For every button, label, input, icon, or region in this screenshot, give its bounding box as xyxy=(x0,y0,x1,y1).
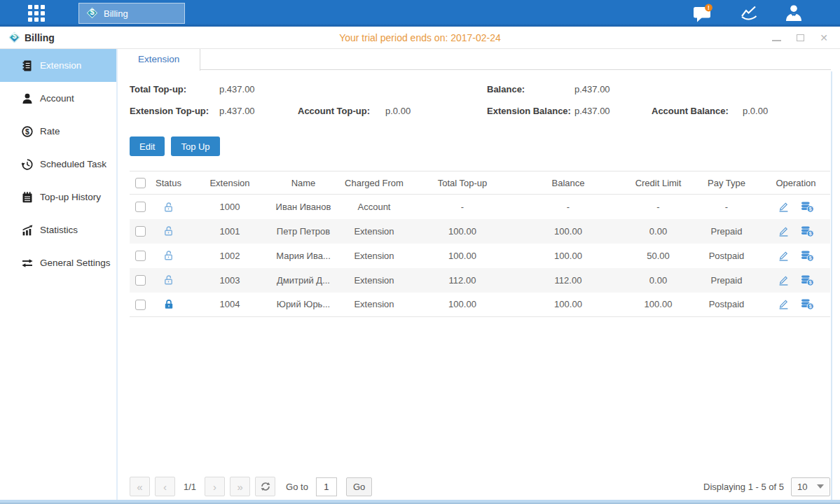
col-balance: Balance xyxy=(511,172,625,195)
svg-text:$: $ xyxy=(809,304,812,309)
table-header-row: Status Extension Name Charged From Total… xyxy=(130,172,830,195)
topup-extension-icon[interactable]: $ xyxy=(801,274,814,286)
account-menu-button[interactable] xyxy=(784,4,804,23)
cell-credit-limit: 50.00 xyxy=(625,244,691,268)
prev-page-button[interactable]: ‹ xyxy=(155,477,175,496)
edit-extension-icon[interactable] xyxy=(778,274,790,286)
sidebar-label: Extension xyxy=(40,60,81,71)
sidebar-item-topup-history[interactable]: Top-up History xyxy=(0,181,116,214)
sidebar-item-general-settings[interactable]: General Settings xyxy=(0,246,116,279)
chat-bubble-icon: ! xyxy=(692,4,715,23)
minimize-button[interactable] xyxy=(771,33,781,43)
cell-name: Юрий Юрь... xyxy=(272,293,335,317)
topup-extension-icon[interactable]: $ xyxy=(801,250,814,262)
dollar-circle-icon: $ xyxy=(21,125,34,138)
cell-balance: 112.00 xyxy=(511,268,625,293)
chevron-down-icon xyxy=(817,484,824,489)
notifications-button[interactable]: ! xyxy=(692,4,715,23)
sidebar-item-statistics[interactable]: Statistics xyxy=(0,214,116,246)
col-charged-from: Charged From xyxy=(335,172,413,195)
row-checkbox[interactable] xyxy=(135,300,146,310)
cell-extension: 1001 xyxy=(188,219,272,244)
col-total-topup: Total Top-up xyxy=(413,172,511,195)
sidebar-item-scheduled-task[interactable]: Scheduled Task xyxy=(0,148,116,181)
sidebar-item-extension[interactable]: Extension xyxy=(0,49,116,82)
billing-window-icon: $ xyxy=(8,31,20,43)
goto-label: Go to xyxy=(286,482,308,492)
sidebar-label: Account xyxy=(40,93,74,104)
topup-extension-icon[interactable]: $ xyxy=(801,225,814,237)
edit-extension-icon[interactable] xyxy=(778,298,790,310)
cell-credit-limit: - xyxy=(625,195,691,219)
cell-total-topup: 112.00 xyxy=(413,268,511,293)
pagination-bar: « ‹ 1/1 › » Go to Go Displayi xyxy=(130,476,830,497)
goto-page-input[interactable] xyxy=(316,477,337,496)
window-title: Billing xyxy=(25,32,55,43)
sidebar: Extension Account $ Rate Scheduled Task xyxy=(0,49,118,500)
double-arrows-icon xyxy=(21,257,34,270)
billing-summary: Total Top-up: p.437.00 Balance: p.437.00… xyxy=(130,80,830,123)
last-page-button[interactable]: » xyxy=(230,477,250,496)
svg-text:$: $ xyxy=(809,206,812,212)
maximize-button[interactable] xyxy=(795,33,805,43)
cell-charged-from: Extension xyxy=(335,219,413,244)
topup-extension-icon[interactable]: $ xyxy=(801,298,814,310)
row-checkbox[interactable] xyxy=(135,202,146,212)
resource-monitor-button[interactable] xyxy=(739,4,760,22)
refresh-button[interactable] xyxy=(255,477,275,496)
cell-credit-limit: 0.00 xyxy=(625,219,691,244)
col-name: Name xyxy=(272,172,335,195)
svg-text:!: ! xyxy=(708,4,710,11)
sidebar-label: Statistics xyxy=(40,225,78,235)
edit-extension-icon[interactable] xyxy=(778,250,790,262)
line-chart-icon xyxy=(739,4,760,22)
cell-pay-type: Prepaid xyxy=(691,268,762,293)
edit-extension-icon[interactable] xyxy=(778,201,790,213)
window-controls: ✕ xyxy=(771,33,829,43)
cell-name: Дмитрий Д... xyxy=(272,268,335,293)
next-page-button[interactable]: › xyxy=(205,477,225,496)
table-row: 1001 Петр Петров Extension 100.00 100.00… xyxy=(130,219,830,244)
top-up-button[interactable]: Top Up xyxy=(171,136,219,156)
app-launcher-button[interactable] xyxy=(24,3,49,24)
account-topup-value: p.0.00 xyxy=(385,106,411,116)
cell-pay-type: Postpaid xyxy=(691,293,762,317)
select-all-checkbox[interactable] xyxy=(135,178,146,188)
window-bottom-border xyxy=(0,500,840,504)
first-page-button[interactable]: « xyxy=(130,477,150,496)
cell-extension: 1004 xyxy=(188,293,272,317)
row-checkbox[interactable] xyxy=(135,275,146,286)
edit-button[interactable]: Edit xyxy=(130,136,165,156)
cell-pay-type: Prepaid xyxy=(691,219,762,244)
page-indicator: 1/1 xyxy=(184,482,196,492)
bar-chart-arrow-icon xyxy=(21,224,34,237)
cell-total-topup: - xyxy=(413,195,511,219)
col-extension: Extension xyxy=(188,172,272,195)
app-grid-icon xyxy=(28,5,45,22)
action-buttons: Edit Top Up xyxy=(130,136,840,156)
cell-charged-from: Account xyxy=(335,195,413,219)
cell-name: Иван Иванов xyxy=(272,195,335,219)
edit-extension-icon[interactable] xyxy=(778,225,790,237)
row-checkbox[interactable] xyxy=(135,251,146,261)
pagination-controls: « ‹ 1/1 › » Go to Go xyxy=(130,477,372,496)
status-unlocked-icon xyxy=(163,274,174,286)
page-size-select[interactable]: 10 xyxy=(791,477,830,496)
topup-extension-icon[interactable]: $ xyxy=(801,201,814,213)
row-checkbox[interactable] xyxy=(135,226,146,237)
col-operation: Operation xyxy=(762,172,830,195)
refresh-icon xyxy=(261,482,270,491)
cell-name: Мария Ива... xyxy=(272,244,335,268)
close-button[interactable]: ✕ xyxy=(819,33,829,43)
cell-extension: 1000 xyxy=(188,195,272,219)
go-button[interactable]: Go xyxy=(346,477,372,496)
taskbar-tab-label: Billing xyxy=(104,8,128,19)
cell-credit-limit: 0.00 xyxy=(625,268,691,293)
taskbar-billing-tab[interactable]: $ Billing xyxy=(78,3,185,24)
status-unlocked-icon xyxy=(163,202,174,213)
sidebar-item-account[interactable]: Account xyxy=(0,82,116,115)
col-credit-limit: Credit Limit xyxy=(625,172,691,195)
taskbar: $ Billing ! xyxy=(0,0,840,27)
tab-extension[interactable]: Extension xyxy=(118,49,200,71)
sidebar-item-rate[interactable]: $ Rate xyxy=(0,115,116,148)
